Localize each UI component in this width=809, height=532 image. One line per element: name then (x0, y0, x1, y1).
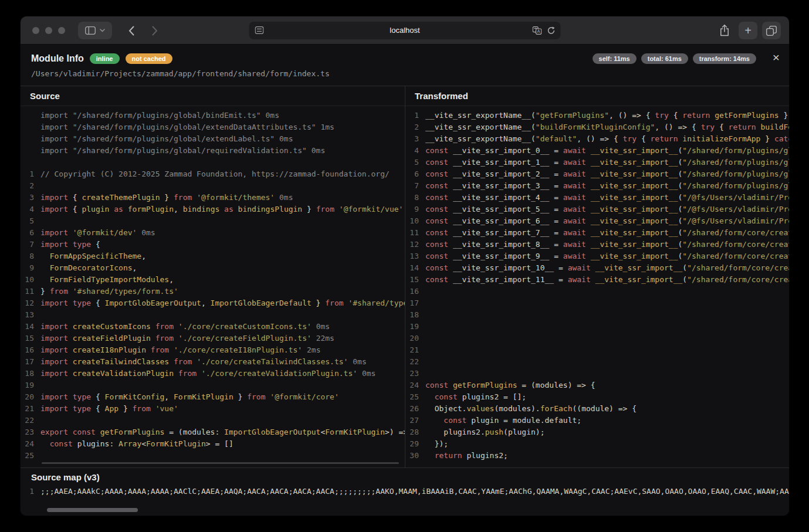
close-button[interactable]: × (773, 51, 780, 63)
line-number: 30 (405, 450, 425, 462)
code-line: 21import type { App } from 'vue' (21, 403, 405, 415)
code-line: 7import type { (21, 239, 405, 250)
line-number: 23 (21, 426, 40, 438)
page-title: Module Info (31, 53, 84, 64)
line-number: 1 (21, 168, 40, 180)
inline-badge: inline (90, 53, 120, 64)
code-line: 2__vite_ssr_exportName__("buildFormKitPl… (405, 121, 789, 133)
chevron-right-icon (152, 26, 158, 36)
tab-overview-button[interactable] (762, 22, 781, 39)
code-line: 12const __vite_ssr_import_8__ = await __… (405, 239, 789, 250)
sourcemap-horizontal-scrollbar[interactable] (47, 508, 138, 512)
line-number: 5 (21, 215, 40, 227)
line-number: 19 (21, 379, 40, 391)
sidebar-toggle-button[interactable] (78, 22, 112, 39)
line-number: 6 (405, 168, 425, 180)
sourcemap-code[interactable]: 1;;;AAEA;AAAkC;AAAA;AAAA;AAAA;AAClC;AAEA… (21, 486, 789, 497)
share-button[interactable] (715, 22, 734, 39)
line-number: 29 (405, 438, 425, 450)
code-line: 22 (405, 356, 789, 368)
line-number: 27 (405, 415, 425, 426)
line-number: 4 (405, 145, 425, 157)
code-line: 10 FormFieldTypeImportModules, (21, 274, 405, 286)
source-horizontal-scrollbar[interactable] (42, 462, 399, 464)
line-number: 25 (21, 450, 40, 462)
code-line (21, 157, 405, 168)
code-line: 1;;;AAEA;AAAkC;AAAA;AAAA;AAAA;AAClC;AAEA… (21, 486, 789, 497)
code-line: 21 (405, 344, 789, 356)
line-number (21, 110, 40, 121)
line-number (21, 121, 40, 133)
line-number: 7 (21, 239, 40, 250)
code-line: 5 (21, 215, 405, 227)
address-bar-actions: A (533, 26, 556, 35)
code-line: 13 (21, 309, 405, 321)
line-number: 22 (21, 415, 40, 426)
address-bar[interactable]: localhost A (249, 22, 561, 39)
self-time-badge: self: 11ms (593, 53, 637, 64)
line-number: 24 (21, 438, 40, 450)
code-line: import "/shared/form/plugins/global/exte… (21, 133, 405, 145)
line-number: 10 (405, 215, 425, 227)
code-line: 16import createI18nPlugin from './core/c… (21, 344, 405, 356)
total-time-badge: total: 61ms (641, 53, 688, 64)
code-line: 26 Object.values(modules).forEach((modul… (405, 403, 789, 415)
line-number: 3 (21, 192, 40, 204)
new-tab-button[interactable]: + (739, 22, 757, 39)
line-number: 17 (21, 356, 40, 368)
line-number: 11 (405, 227, 425, 239)
transformed-code[interactable]: 1__vite_ssr_exportName__("getFormPlugins… (405, 106, 789, 467)
forward-button[interactable] (147, 22, 163, 39)
line-number: 5 (405, 157, 425, 168)
code-line: 15const __vite_ssr_import_11__ = await _… (405, 274, 789, 286)
code-line: 15import createFieldPlugin from './core/… (21, 333, 405, 344)
code-line: 1__vite_ssr_exportName__("getFormPlugins… (405, 110, 789, 121)
line-number: 15 (405, 274, 425, 286)
svg-text:A: A (537, 29, 541, 34)
line-number: 18 (405, 309, 425, 321)
code-line: 24const getFormPlugins = (modules) => { (405, 379, 789, 391)
reload-icon[interactable] (547, 26, 556, 35)
line-number: 20 (405, 333, 425, 344)
line-number: 16 (405, 286, 425, 297)
line-number: 4 (21, 204, 40, 215)
source-code[interactable]: import "/shared/form/plugins/global/bind… (21, 106, 405, 467)
chevron-down-icon (100, 29, 105, 32)
code-panels: Source import "/shared/form/plugins/glob… (21, 86, 789, 467)
code-line: 18import createValidationPlugin from './… (21, 368, 405, 379)
code-line: 8const __vite_ssr_import_4__ = await __v… (405, 192, 789, 204)
line-number: 16 (21, 344, 40, 356)
line-number: 14 (21, 321, 40, 333)
code-line: 9 FormDecoratorIcons, (21, 262, 405, 274)
line-number (21, 145, 40, 157)
code-line: 24 const plugins: Array<FormKitPlugin> =… (21, 438, 405, 450)
window-zoom-button[interactable] (58, 27, 65, 34)
code-line: 17import createTailwindClasses from './c… (21, 356, 405, 368)
line-number: 8 (21, 250, 40, 262)
code-line: 23export const getFormPlugins = (modules… (21, 426, 405, 438)
timing-badges: self: 11ms total: 61ms transform: 14ms (593, 53, 756, 64)
back-button[interactable] (124, 22, 139, 39)
code-line: 29 }); (405, 438, 789, 450)
line-number: 8 (405, 192, 425, 204)
code-line: 6const __vite_ssr_import_2__ = await __v… (405, 168, 789, 180)
window-minimize-button[interactable] (45, 27, 52, 34)
toolbar-right: + (715, 22, 781, 39)
line-number: 21 (21, 403, 40, 415)
translate-icon[interactable]: A (533, 26, 542, 35)
window-close-button[interactable] (32, 27, 39, 34)
code-line: 4const __vite_ssr_import_0__ = await __v… (405, 145, 789, 157)
window-controls (32, 27, 65, 34)
code-line: 1// Copyright (C) 2012-2025 Zammad Found… (21, 168, 405, 180)
transform-time-badge: transform: 14ms (693, 53, 756, 64)
line-number: 7 (405, 180, 425, 192)
code-line: 20import type { FormKitConfig, FormKitPl… (21, 391, 405, 403)
line-number: 2 (21, 180, 40, 192)
code-line: 23 (405, 368, 789, 379)
code-line: 4import { plugin as formPlugin, bindings… (21, 204, 405, 215)
browser-titlebar: localhost A (21, 16, 789, 45)
share-icon (720, 25, 729, 36)
code-line: 2 (21, 180, 405, 192)
plus-icon: + (744, 25, 752, 36)
line-number: 25 (405, 391, 425, 403)
